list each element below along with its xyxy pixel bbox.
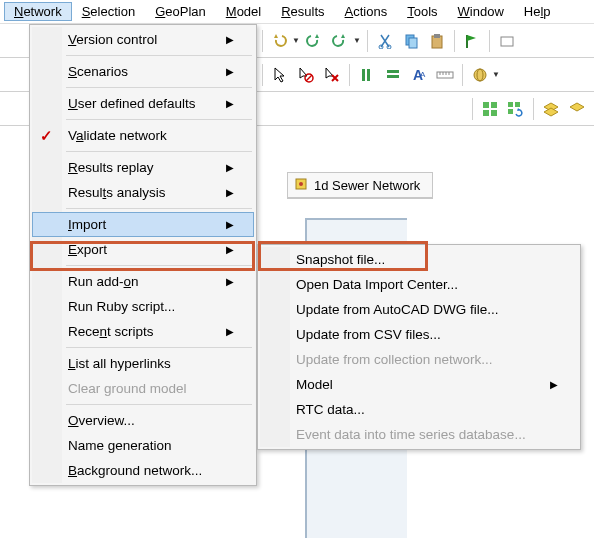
dropdown-icon[interactable]: ▼ xyxy=(353,36,361,45)
tab-label: 1d Sewer Network xyxy=(314,178,420,193)
menu-run-ruby[interactable]: Run Ruby script... xyxy=(32,294,254,319)
separator xyxy=(462,64,463,86)
menu-tools[interactable]: Tools xyxy=(397,2,447,21)
dropdown-icon[interactable]: ▼ xyxy=(292,36,300,45)
menu-list-hyperlinks[interactable]: List all hyperlinks xyxy=(32,351,254,376)
menu-results[interactable]: Results xyxy=(271,2,334,21)
menu-import[interactable]: Import▶ xyxy=(32,212,254,237)
menu-network[interactable]: Network xyxy=(4,2,72,21)
svg-rect-22 xyxy=(515,102,520,107)
menu-scenarios[interactable]: Scenarios▶ xyxy=(32,59,254,84)
separator xyxy=(262,64,263,86)
submenu-rtc[interactable]: RTC data... xyxy=(260,397,578,422)
submenu-update-dwg[interactable]: Update from AutoCAD DWG file... xyxy=(260,297,578,322)
separator xyxy=(66,87,252,88)
separator xyxy=(262,30,263,52)
svg-rect-23 xyxy=(508,109,513,114)
menu-selection[interactable]: Selection xyxy=(72,2,145,21)
layers2-icon[interactable] xyxy=(566,98,588,120)
layer-icon[interactable] xyxy=(540,98,562,120)
svg-rect-18 xyxy=(491,102,497,108)
separator xyxy=(66,55,252,56)
check-icon: ✓ xyxy=(40,127,53,145)
chevron-right-icon: ▶ xyxy=(226,244,234,255)
submenu-snapshot[interactable]: Snapshot file... xyxy=(260,247,578,272)
svg-point-25 xyxy=(299,182,303,186)
undo-icon[interactable] xyxy=(269,30,291,52)
svg-point-15 xyxy=(474,69,486,81)
chevron-right-icon: ▶ xyxy=(226,187,234,198)
submenu-event-data: Event data into time series database... xyxy=(260,422,578,447)
separator xyxy=(66,404,252,405)
redo2-icon[interactable] xyxy=(330,30,352,52)
redo-icon[interactable] xyxy=(304,30,326,52)
menu-run-addon[interactable]: Run add-on▶ xyxy=(32,269,254,294)
text-icon[interactable]: AA xyxy=(408,64,430,86)
grid-green-icon[interactable] xyxy=(479,98,501,120)
submenu-update-csv[interactable]: Update from CSV files... xyxy=(260,322,578,347)
menu-model[interactable]: Model xyxy=(216,2,271,21)
svg-rect-9 xyxy=(367,69,370,81)
svg-rect-11 xyxy=(387,75,399,78)
menu-overview[interactable]: Overview... xyxy=(32,408,254,433)
flag-icon[interactable] xyxy=(461,30,483,52)
menu-name-generation[interactable]: Name generation xyxy=(32,433,254,458)
pointer-cancel-icon[interactable] xyxy=(295,64,317,86)
paste-icon[interactable] xyxy=(426,30,448,52)
submenu-update-collection: Update from collection network... xyxy=(260,347,578,372)
globe-icon[interactable] xyxy=(469,64,491,86)
separator xyxy=(367,30,368,52)
svg-rect-5 xyxy=(434,34,440,38)
svg-rect-6 xyxy=(501,37,513,46)
submenu-model[interactable]: Model▶ xyxy=(260,372,578,397)
menu-export[interactable]: Export▶ xyxy=(32,237,254,262)
svg-rect-14 xyxy=(437,72,453,78)
import-submenu: Snapshot file... Open Data Import Center… xyxy=(257,244,581,450)
network-icon xyxy=(294,177,310,193)
chevron-right-icon: ▶ xyxy=(226,66,234,77)
tab-sewer[interactable]: 1d Sewer Network xyxy=(287,172,433,199)
separator xyxy=(66,151,252,152)
cut-icon[interactable] xyxy=(374,30,396,52)
svg-rect-10 xyxy=(387,70,399,73)
ruler-icon[interactable] xyxy=(434,64,456,86)
svg-rect-3 xyxy=(409,38,417,48)
chevron-right-icon: ▶ xyxy=(226,326,234,337)
network-menu: Version control▶ Scenarios▶ User defined… xyxy=(29,24,257,486)
chevron-right-icon: ▶ xyxy=(550,379,558,390)
chevron-right-icon: ▶ xyxy=(226,98,234,109)
svg-rect-8 xyxy=(362,69,365,81)
chevron-right-icon: ▶ xyxy=(226,219,234,230)
separator xyxy=(66,208,252,209)
dropdown-icon[interactable]: ▼ xyxy=(492,70,500,79)
menu-background-network[interactable]: Background network... xyxy=(32,458,254,483)
box-icon[interactable] xyxy=(496,30,518,52)
menu-window[interactable]: Window xyxy=(448,2,514,21)
align-v-icon[interactable] xyxy=(356,64,378,86)
svg-rect-21 xyxy=(508,102,513,107)
separator xyxy=(66,265,252,266)
separator xyxy=(349,64,350,86)
menu-recent-scripts[interactable]: Recent scripts▶ xyxy=(32,319,254,344)
tab-strip: 1d Sewer Network xyxy=(287,172,433,199)
separator xyxy=(472,98,473,120)
svg-rect-17 xyxy=(483,102,489,108)
separator xyxy=(489,30,490,52)
menu-validate[interactable]: ✓Validate network xyxy=(32,123,254,148)
menu-help[interactable]: Help xyxy=(514,2,561,21)
submenu-open-data[interactable]: Open Data Import Center... xyxy=(260,272,578,297)
menu-actions[interactable]: Actions xyxy=(335,2,398,21)
pointer-icon[interactable] xyxy=(269,64,291,86)
menu-version-control[interactable]: Version control▶ xyxy=(32,27,254,52)
menu-results-replay[interactable]: Results replay▶ xyxy=(32,155,254,180)
copy-icon[interactable] xyxy=(400,30,422,52)
grid-refresh-icon[interactable] xyxy=(505,98,527,120)
svg-rect-19 xyxy=(483,110,489,116)
pointer-x-icon[interactable] xyxy=(321,64,343,86)
chevron-right-icon: ▶ xyxy=(226,276,234,287)
align-h-icon[interactable] xyxy=(382,64,404,86)
menu-user-defaults[interactable]: User defined defaults▶ xyxy=(32,91,254,116)
menu-geoplan[interactable]: GeoPlan xyxy=(145,2,216,21)
chevron-right-icon: ▶ xyxy=(226,34,234,45)
menu-results-analysis[interactable]: Results analysis▶ xyxy=(32,180,254,205)
